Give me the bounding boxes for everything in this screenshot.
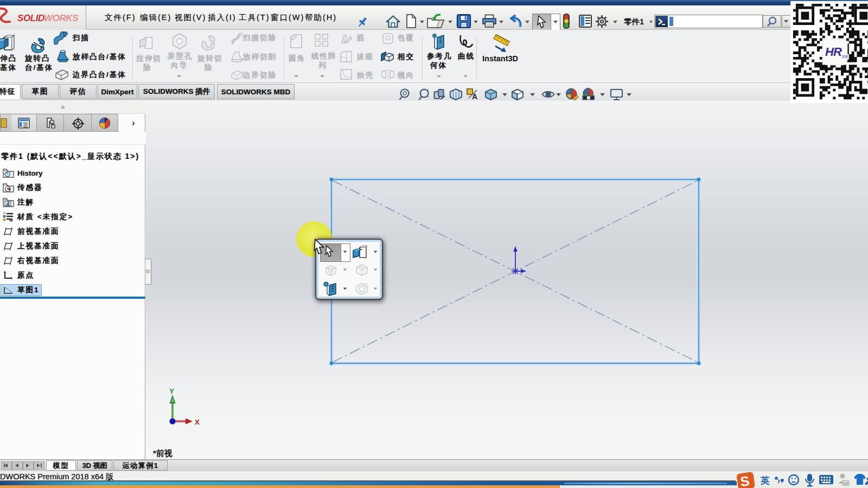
svg-text:Y: Y	[169, 388, 174, 395]
svg-text:A: A	[472, 92, 477, 101]
svg-text:HR: HR	[825, 45, 842, 59]
svg-text:SOLID: SOLID	[17, 13, 44, 23]
svg-text:WORKS: WORKS	[44, 13, 79, 23]
svg-text:X: X	[195, 418, 200, 426]
svg-text:A: A	[5, 201, 11, 207]
svg-text:10: 10	[844, 481, 848, 486]
svg-text:306: 306	[841, 55, 848, 59]
svg-text:英: 英	[760, 476, 770, 486]
